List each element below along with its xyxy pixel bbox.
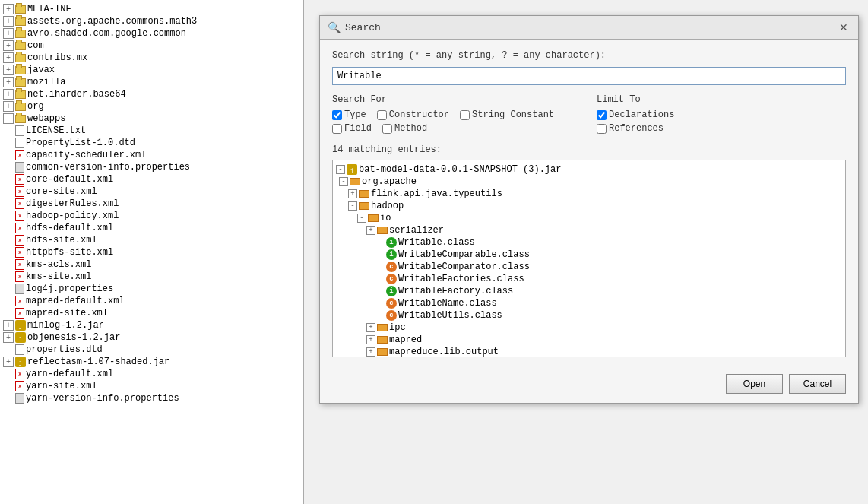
expand-icon[interactable]: - bbox=[3, 113, 14, 124]
expand-icon[interactable]: + bbox=[3, 357, 14, 367]
tree-item-javax[interactable]: +javax bbox=[0, 64, 303, 76]
tree-item-minlog[interactable]: +jminlog-1.2.jar bbox=[0, 319, 303, 331]
expand-icon[interactable]: + bbox=[3, 65, 14, 75]
declarations-checkbox[interactable] bbox=[597, 110, 607, 120]
tree-item-digester[interactable]: XdigesterRules.xml bbox=[0, 198, 303, 210]
tree-item-propertylist[interactable]: PropertyList-1.0.dtd bbox=[0, 137, 303, 149]
cancel-button[interactable]: Cancel bbox=[789, 374, 846, 394]
tree-item-properties[interactable]: properties.dtd bbox=[0, 344, 303, 356]
type-checkbox-label[interactable]: Type bbox=[332, 109, 366, 120]
result-item[interactable]: iWritableFactory.class bbox=[333, 285, 845, 297]
tree-item-httpbfs-site[interactable]: Xhttpbfs-site.xml bbox=[0, 246, 303, 258]
close-button[interactable]: ✕ bbox=[837, 21, 851, 34]
tree-item-assets[interactable]: +assets.org.apache.commons.math3 bbox=[0, 15, 303, 27]
file-tree: +META-INF+assets.org.apache.commons.math… bbox=[0, 0, 304, 504]
expand-icon[interactable]: + bbox=[366, 347, 375, 357]
result-item[interactable]: iWritableComparable.class bbox=[333, 249, 845, 261]
jar-icon: j bbox=[15, 357, 26, 367]
constructor-checkbox-label[interactable]: Constructor bbox=[377, 109, 449, 120]
result-item[interactable]: +serializer bbox=[333, 224, 845, 236]
tree-item-webapps[interactable]: -webapps bbox=[0, 113, 303, 125]
tree-item-core-site[interactable]: Xcore-site.xml bbox=[0, 185, 303, 198]
expand-icon[interactable]: + bbox=[3, 52, 14, 63]
search-input[interactable] bbox=[332, 67, 846, 85]
tree-item-label: javax bbox=[27, 65, 55, 75]
tree-item-net[interactable]: +net.iharder.base64 bbox=[0, 88, 303, 100]
result-item[interactable]: iWritable.class bbox=[333, 236, 845, 249]
tree-item-mapred-default[interactable]: Xmapred-default.xml bbox=[0, 295, 303, 307]
expand-icon[interactable]: + bbox=[3, 332, 14, 343]
tree-item-hadoop-policy[interactable]: Xhadoop-policy.xml bbox=[0, 210, 303, 222]
tree-item-log4j[interactable]: log4j.properties bbox=[0, 283, 303, 295]
expand-icon[interactable]: + bbox=[3, 77, 14, 87]
result-item[interactable]: -io bbox=[333, 212, 845, 224]
jar-icon: j bbox=[15, 332, 26, 343]
tree-item-com[interactable]: +com bbox=[0, 40, 303, 52]
expand-icon[interactable]: + bbox=[3, 28, 14, 39]
tree-item-core-default[interactable]: Xcore-default.xml bbox=[0, 173, 303, 185]
result-item[interactable]: -hadoop bbox=[333, 200, 845, 212]
result-item[interactable]: -jbat-model-data-0.0.1-SNAPSHOT (3).jar bbox=[333, 163, 845, 176]
package-icon bbox=[15, 42, 26, 50]
expand-icon[interactable]: + bbox=[348, 189, 357, 198]
result-item[interactable]: cWritableComparator.class bbox=[333, 261, 845, 273]
tree-item-org[interactable]: +org bbox=[0, 100, 303, 113]
type-checkbox[interactable] bbox=[332, 110, 342, 120]
limit-to-row2: References bbox=[597, 123, 846, 134]
references-checkbox-label[interactable]: References bbox=[597, 123, 664, 134]
result-item[interactable]: cWritableName.class bbox=[333, 297, 845, 309]
expand-icon[interactable]: + bbox=[366, 335, 375, 344]
tree-item-reflectasm[interactable]: +jreflectasm-1.07-shaded.jar bbox=[0, 356, 303, 368]
tree-item-yarn-version[interactable]: yarn-version-info.properties bbox=[0, 392, 303, 404]
result-item[interactable]: cWritableFactories.class bbox=[333, 273, 845, 285]
result-item[interactable]: +mapred bbox=[333, 334, 845, 346]
tree-item-avro[interactable]: +avro.shaded.com.google.common bbox=[0, 27, 303, 40]
package-icon bbox=[368, 214, 379, 222]
result-item[interactable]: +flink.api.java.typeutils bbox=[333, 188, 845, 200]
expand-icon[interactable]: + bbox=[3, 16, 14, 27]
expand-icon[interactable]: + bbox=[3, 40, 14, 51]
expand-icon[interactable]: - bbox=[339, 177, 348, 186]
tree-item-contribs[interactable]: +contribs.mx bbox=[0, 52, 303, 64]
tree-item-meta-inf[interactable]: +META-INF bbox=[0, 3, 303, 15]
expand-icon[interactable]: + bbox=[366, 226, 375, 235]
expand-icon[interactable]: + bbox=[3, 101, 14, 112]
references-checkbox[interactable] bbox=[597, 124, 607, 134]
tree-item-common-version[interactable]: common-version-info.properties bbox=[0, 161, 303, 173]
tree-item-yarn-site[interactable]: Xyarn-site.xml bbox=[0, 380, 303, 392]
result-item[interactable]: -org.apache bbox=[333, 176, 845, 188]
tree-item-license[interactable]: LICENSE.txt bbox=[0, 125, 303, 137]
tree-item-kms-site[interactable]: Xkms-site.xml bbox=[0, 271, 303, 283]
expand-icon[interactable]: - bbox=[348, 201, 357, 211]
results-tree[interactable]: -jbat-model-data-0.0.1-SNAPSHOT (3).jar-… bbox=[332, 160, 846, 357]
constructor-checkbox[interactable] bbox=[377, 110, 387, 120]
search-for-group: Search For Type Constructor String Co bbox=[332, 94, 581, 137]
string-constant-checkbox[interactable] bbox=[460, 110, 470, 120]
tree-item-kms-acls[interactable]: Xkms-acls.xml bbox=[0, 258, 303, 271]
field-checkbox-label[interactable]: Field bbox=[332, 123, 372, 134]
result-item[interactable]: +mapreduce.lib.output bbox=[333, 346, 845, 357]
expand-icon[interactable]: - bbox=[357, 214, 366, 223]
tree-item-mapred-site[interactable]: Xmapred-site.xml bbox=[0, 307, 303, 319]
open-button[interactable]: Open bbox=[726, 374, 783, 394]
string-constant-checkbox-label[interactable]: String Constant bbox=[460, 109, 554, 120]
expand-icon[interactable]: + bbox=[3, 320, 14, 331]
tree-item-capacity[interactable]: Xcapacity-scheduler.xml bbox=[0, 149, 303, 161]
tree-item-mozilla[interactable]: +mozilla bbox=[0, 76, 303, 88]
file-icon bbox=[15, 344, 24, 355]
declarations-checkbox-label[interactable]: Declarations bbox=[597, 109, 674, 120]
tree-item-yarn-default[interactable]: Xyarn-default.xml bbox=[0, 368, 303, 380]
result-item[interactable]: cWritableUtils.class bbox=[333, 309, 845, 322]
field-checkbox[interactable] bbox=[332, 124, 342, 134]
expand-icon[interactable]: + bbox=[366, 323, 375, 332]
package-icon bbox=[15, 103, 26, 111]
method-checkbox-label[interactable]: Method bbox=[382, 123, 427, 134]
method-checkbox[interactable] bbox=[382, 124, 392, 134]
expand-icon[interactable]: + bbox=[3, 89, 14, 100]
tree-item-objenesis[interactable]: +jobjenesis-1.2.jar bbox=[0, 331, 303, 344]
expand-icon[interactable]: - bbox=[336, 165, 345, 174]
expand-icon[interactable]: + bbox=[3, 4, 14, 14]
tree-item-hdfs-default[interactable]: Xhdfs-default.xml bbox=[0, 222, 303, 234]
result-item[interactable]: +ipc bbox=[333, 322, 845, 334]
tree-item-hdfs-site[interactable]: Xhdfs-site.xml bbox=[0, 234, 303, 246]
